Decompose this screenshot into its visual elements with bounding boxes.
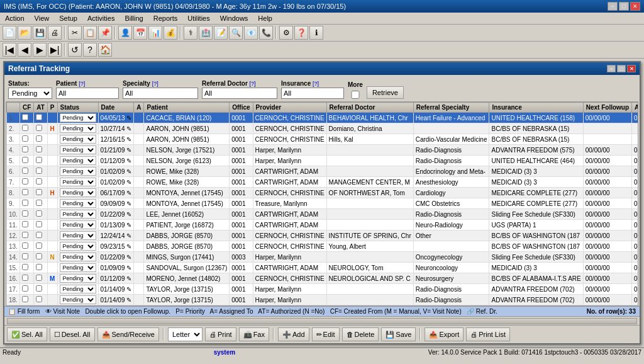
status-dropdown[interactable]: Pending [60,135,96,144]
fax-button[interactable]: 📠 Fax [239,327,269,341]
print-button[interactable]: 🖨 Print [205,327,236,341]
edit-button[interactable]: ✏ Edit [312,327,340,341]
send-receive-button[interactable]: 📤 Send/Receive [97,327,160,341]
cf-checkbox[interactable] [22,253,28,259]
status-cell[interactable]: Pending [57,220,98,230]
add-button[interactable]: ➕ Add [278,327,309,341]
date-edit-icon[interactable]: ✎ [126,286,131,293]
at-checkbox[interactable] [36,285,42,292]
menu-windows[interactable]: Windows [218,14,251,23]
status-dropdown[interactable]: Pending [60,231,96,240]
status-dropdown[interactable]: Pending [60,253,96,261]
patient-input[interactable] [56,88,119,99]
tb-new[interactable]: 📄 [3,26,16,40]
tb-patient[interactable]: 👤 [118,26,132,40]
table-row[interactable]: 1. Pending 04/05/13 ✎ CACACE, BRIAN (120… [7,113,639,123]
nav-refresh[interactable]: ↺ [68,43,82,57]
menu-help[interactable]: Help [255,14,275,23]
status-dropdown[interactable]: Pending [60,210,96,219]
tb-copy[interactable]: 📋 [83,26,97,40]
save-button[interactable]: 💾 Save [381,327,416,341]
date-edit-icon[interactable]: ✎ [126,115,131,122]
table-row[interactable]: 4. Pending 01/21/09 ✎ NELSON, Jorge (175… [7,145,639,156]
date-edit-icon[interactable]: ✎ [126,157,131,164]
tb-paste[interactable]: 📌 [98,26,112,40]
cf-checkbox[interactable] [22,125,28,131]
desel-all-button[interactable]: ☐ Desel. All [50,327,95,341]
menu-billing[interactable]: Billing [122,14,145,23]
table-row[interactable]: 14. N Pending 01/22/09 ✎ MINGS, Surgon (… [7,252,639,263]
tb-open[interactable]: 📂 [18,26,31,40]
status-select[interactable]: Pending [8,88,52,99]
referral-close[interactable]: ✕ [627,65,636,72]
cf-checkbox[interactable] [22,146,28,152]
at-checkbox[interactable] [36,168,42,174]
menu-activities[interactable]: Activities [85,14,117,23]
col-referral-specialty[interactable]: Referral Specialty [413,103,489,113]
at-checkbox[interactable] [36,125,42,131]
col-insurance[interactable]: Insurance [489,103,583,113]
cf-checkbox[interactable] [22,275,28,281]
table-row[interactable]: 13. Pending 09/23/15 ✎ DABBS, JORGE (857… [7,241,639,252]
tb-schedule[interactable]: 📅 [133,26,147,40]
col-status[interactable]: Status [57,103,98,113]
date-edit-icon[interactable]: ✎ [126,179,131,186]
cf-checkbox[interactable] [22,285,28,292]
minimize-button[interactable]: − [608,2,618,11]
table-row[interactable]: 5. Pending 01/12/09 ✎ NELSON, Jorge (612… [7,156,639,166]
referral-maximize[interactable]: □ [617,65,626,72]
status-dropdown[interactable]: Pending [60,188,96,197]
status-dropdown[interactable]: Pending [60,199,96,208]
cf-checkbox[interactable] [22,157,28,163]
at-checkbox[interactable] [36,189,42,195]
status-cell[interactable]: Pending [57,134,98,145]
status-dropdown[interactable]: Pending [60,113,96,122]
tb-save[interactable]: 💾 [33,26,47,40]
status-cell[interactable]: Pending [57,113,98,123]
specialty-input[interactable] [123,88,198,99]
table-row[interactable]: 15. Pending 01/09/09 ✎ SANDOVAL, Surgon … [7,263,639,273]
status-dropdown[interactable]: Pending [60,145,96,154]
cf-checkbox[interactable] [22,242,28,249]
date-edit-icon[interactable]: ✎ [126,136,131,143]
tb-help[interactable]: ❓ [294,26,308,40]
status-cell[interactable]: Pending [57,273,98,284]
status-cell[interactable]: Pending [57,263,98,273]
status-cell[interactable]: Pending [57,188,98,198]
table-row[interactable]: 18. Pending 01/14/09 ✎ TAYLOR, Jorge (13… [7,295,639,305]
col-date[interactable]: Date [98,103,134,113]
at-checkbox[interactable] [36,210,42,217]
menu-reports[interactable]: Reports [151,14,180,23]
menu-view[interactable]: View [32,14,52,23]
menu-action[interactable]: Action [3,14,27,23]
nav-prev[interactable]: ◀ [18,43,31,57]
date-edit-icon[interactable]: ✎ [126,297,131,304]
cf-checkbox[interactable] [22,210,28,217]
col-a[interactable]: A [134,103,144,113]
cf-checkbox[interactable] [22,135,28,142]
cf-checkbox[interactable] [22,264,28,270]
status-cell[interactable]: Pending [57,198,98,209]
status-cell[interactable]: Pending [57,252,98,263]
col-cf[interactable]: CF [19,103,33,113]
table-row[interactable]: 11. Pending 01/13/09 ✎ PATIENT, Jorge (1… [7,220,639,230]
at-checkbox[interactable] [36,146,42,152]
export-button[interactable]: 📤 Export [425,327,464,341]
close-button[interactable]: ✕ [630,2,640,11]
date-edit-icon[interactable]: ✎ [126,232,131,239]
status-cell[interactable]: Pending [57,166,98,177]
at-checkbox[interactable] [36,178,42,185]
nav-home[interactable]: 🏠 [98,43,112,57]
date-edit-icon[interactable]: ✎ [126,222,131,229]
retrieve-button[interactable]: Retrieve [367,86,404,99]
tb-print[interactable]: 🖨 [48,26,62,40]
status-dropdown[interactable]: Pending [60,263,96,272]
status-cell[interactable]: Pending [57,241,98,252]
at-checkbox[interactable] [36,157,42,163]
date-edit-icon[interactable]: ✎ [126,275,131,282]
date-edit-icon[interactable]: ✎ [126,243,131,250]
nav-help[interactable]: ? [83,43,97,57]
more-checkbox[interactable] [348,91,363,99]
table-row[interactable]: 2. H Pending 10/27/14 ✎ AARON, JOHN (985… [7,123,639,134]
referral-doctor-input[interactable] [202,88,277,99]
